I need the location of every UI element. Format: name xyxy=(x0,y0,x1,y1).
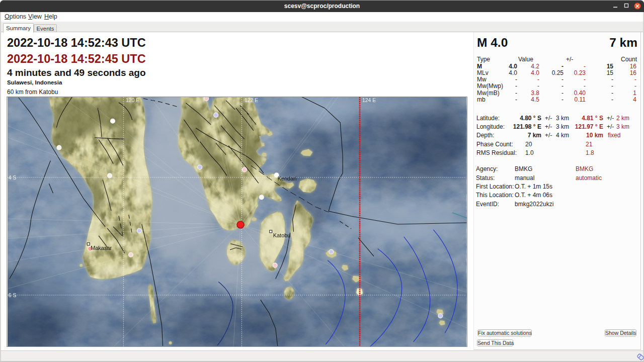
svg-text:122 E: 122 E xyxy=(245,98,258,103)
svg-text:Makasar: Makasar xyxy=(91,245,112,251)
svg-text:Kendari: Kendari xyxy=(278,175,297,182)
svg-text:4 S: 4 S xyxy=(9,175,17,180)
svg-text:Katobu: Katobu xyxy=(273,232,291,238)
svg-text:120 E: 120 E xyxy=(126,98,139,103)
svg-text:6 S: 6 S xyxy=(9,293,17,298)
svg-text:124 E: 124 E xyxy=(362,98,376,103)
